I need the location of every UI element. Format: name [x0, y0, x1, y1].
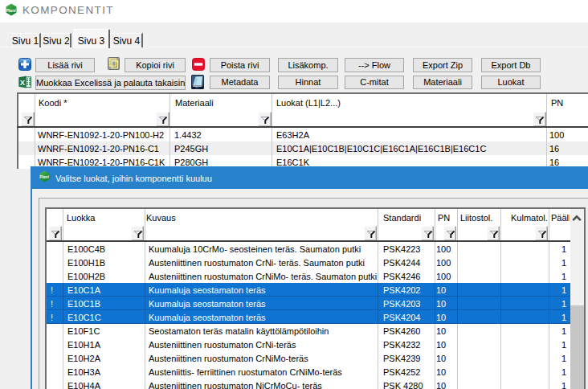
svg-text:Plant: Plant: [39, 175, 49, 179]
svg-text:Plant: Plant: [6, 8, 16, 13]
svg-text:X: X: [20, 78, 26, 87]
